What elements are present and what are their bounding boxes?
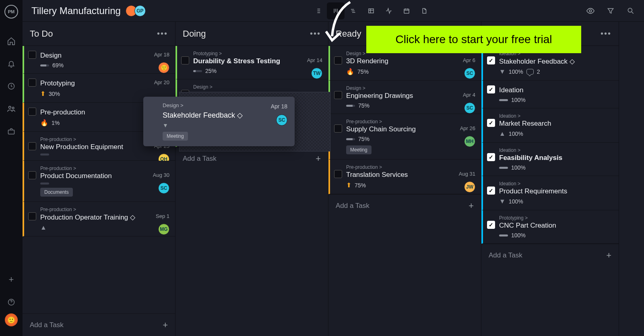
add-task-button[interactable]: Add a Task+: [23, 313, 175, 336]
eye-icon[interactable]: [586, 6, 595, 15]
milestone-icon: ◇: [570, 58, 575, 65]
avatar-pill[interactable]: MH: [464, 136, 475, 147]
task-card[interactable]: Design >Engineering Drawings75%Apr 4SC: [328, 81, 481, 114]
view-list-icon[interactable]: [309, 2, 327, 19]
avatar-pill[interactable]: MG: [158, 224, 169, 235]
task-checkbox[interactable]: [181, 56, 189, 64]
avatar-pill[interactable]: GP: [134, 5, 146, 17]
card-title: CNC Part Creation: [499, 222, 613, 230]
briefcase-icon[interactable]: [6, 127, 16, 136]
user-avatar[interactable]: 🙂: [5, 313, 18, 326]
task-card[interactable]: Pre-production >Production Operator Trai…: [23, 202, 175, 236]
task-checkbox[interactable]: [487, 221, 495, 229]
task-card[interactable]: Pre-production >Supply Chain Sourcing75%…: [328, 114, 481, 160]
avatar-pill[interactable]: TW: [311, 68, 322, 79]
task-card[interactable]: Design69%Apr 18🙂: [23, 46, 175, 74]
add-task-button[interactable]: Add a Task+: [328, 194, 481, 217]
avatar-pill[interactable]: 🙂: [158, 62, 169, 73]
card-title: Feasibility Analysis: [499, 154, 613, 162]
progress-bar: [346, 105, 355, 107]
column-menu-icon[interactable]: •••: [310, 29, 321, 38]
card-meta: ▼100%: [499, 198, 613, 205]
view-activity-icon[interactable]: [380, 2, 398, 19]
card-progress: 25%: [205, 68, 217, 74]
column-menu-icon[interactable]: •••: [157, 29, 168, 38]
card-assignees[interactable]: TW: [314, 68, 322, 79]
task-checkbox[interactable]: [28, 212, 36, 220]
filter-icon[interactable]: [606, 6, 615, 15]
task-checkbox[interactable]: [28, 79, 36, 87]
clock-icon[interactable]: [6, 81, 16, 91]
task-checkbox[interactable]: [149, 102, 158, 111]
milestone-icon: ◇: [237, 111, 243, 119]
svg-point-7: [589, 10, 592, 12]
avatar-pill[interactable]: SC: [464, 68, 475, 79]
column-menu-icon[interactable]: •••: [601, 29, 611, 38]
plus-icon: +: [316, 153, 321, 164]
task-checkbox[interactable]: [487, 153, 495, 161]
dragging-card[interactable]: Design > Stakeholder Feedback ◇ ▼ Meetin…: [143, 97, 295, 146]
task-card[interactable]: Ideation >Market Research▲100%: [481, 108, 619, 143]
home-icon[interactable]: [6, 36, 16, 46]
task-checkbox[interactable]: [487, 187, 495, 195]
task-card[interactable]: Prototyping >CNC Part Creation100%: [481, 210, 619, 244]
card-breadcrumb: Pre-production >: [40, 166, 169, 171]
view-board-icon[interactable]: [327, 2, 345, 19]
avatar-pill[interactable]: SC: [464, 102, 475, 114]
task-checkbox[interactable]: [28, 142, 36, 150]
card-title: Ideation: [499, 86, 613, 94]
column-title: To Do: [30, 29, 53, 39]
task-checkbox[interactable]: [487, 85, 495, 93]
task-checkbox[interactable]: [487, 119, 495, 127]
card-assignee[interactable]: SC: [279, 114, 287, 126]
card-assignees[interactable]: SC: [466, 68, 475, 79]
task-checkbox[interactable]: [334, 91, 342, 99]
view-timeline-icon[interactable]: [345, 2, 362, 19]
card-breadcrumb: Pre-production >: [346, 119, 475, 124]
view-file-icon[interactable]: [415, 2, 433, 19]
avatar-pill[interactable]: JW: [464, 181, 475, 193]
card-meta: ▼100%2: [499, 68, 613, 75]
cta-banner[interactable]: Click here to start your free trial: [366, 26, 581, 53]
card-assignees[interactable]: MG: [161, 224, 169, 235]
task-checkbox[interactable]: [334, 124, 342, 133]
fire-icon: 🔥: [40, 119, 48, 127]
card-assignees[interactable]: JW: [466, 181, 475, 193]
app-logo[interactable]: PM: [4, 5, 18, 19]
task-card[interactable]: Pre-production >Product DocumentationDoc…: [23, 161, 175, 202]
task-card[interactable]: Ideation >Product Requirements▼100%: [481, 176, 619, 210]
task-checkbox[interactable]: [334, 56, 342, 64]
svg-rect-5: [369, 8, 374, 13]
task-card[interactable]: Ideation >Feasibility Analysis100%: [481, 143, 619, 176]
card-breadcrumb: Design >: [163, 102, 289, 108]
card-assignees[interactable]: SC: [466, 102, 475, 114]
card-date: Apr 20: [154, 79, 169, 85]
task-card[interactable]: Ideation100%: [481, 81, 619, 108]
card-assignees[interactable]: MH: [466, 136, 475, 147]
add-task-button[interactable]: Add a Task+: [481, 244, 619, 266]
view-calendar-icon[interactable]: [398, 2, 415, 19]
team-avatars[interactable]: GP: [128, 5, 146, 17]
task-checkbox[interactable]: [28, 108, 36, 116]
people-icon[interactable]: [6, 104, 16, 114]
task-checkbox[interactable]: [334, 170, 342, 178]
avatar-pill[interactable]: SC: [158, 183, 169, 194]
task-card[interactable]: Pre-production >Translation Services⬆75%…: [328, 160, 481, 194]
card-breadcrumb: Design >: [346, 85, 475, 91]
card-title: Production Operator Training ◇: [40, 213, 169, 222]
card-meta: 100%: [499, 97, 613, 103]
help-icon[interactable]: [6, 297, 16, 307]
view-sheet-icon[interactable]: [362, 2, 380, 19]
search-icon[interactable]: [626, 6, 635, 15]
add-icon[interactable]: +: [6, 275, 16, 284]
task-checkbox[interactable]: [28, 51, 36, 59]
task-checkbox[interactable]: [487, 56, 495, 64]
card-list: Design69%Apr 18🙂Prototyping⬆30%Apr 20Pre…: [23, 46, 175, 336]
bell-icon[interactable]: [6, 59, 16, 68]
card-assignees[interactable]: SC: [161, 183, 169, 194]
task-checkbox[interactable]: [28, 171, 36, 179]
card-assignees[interactable]: 🙂: [161, 62, 169, 73]
task-card[interactable]: Prototyping >Durability & Stress Testing…: [175, 46, 328, 79]
priority-up-icon: ▲: [40, 224, 47, 231]
card-date: Apr 18: [271, 103, 287, 110]
